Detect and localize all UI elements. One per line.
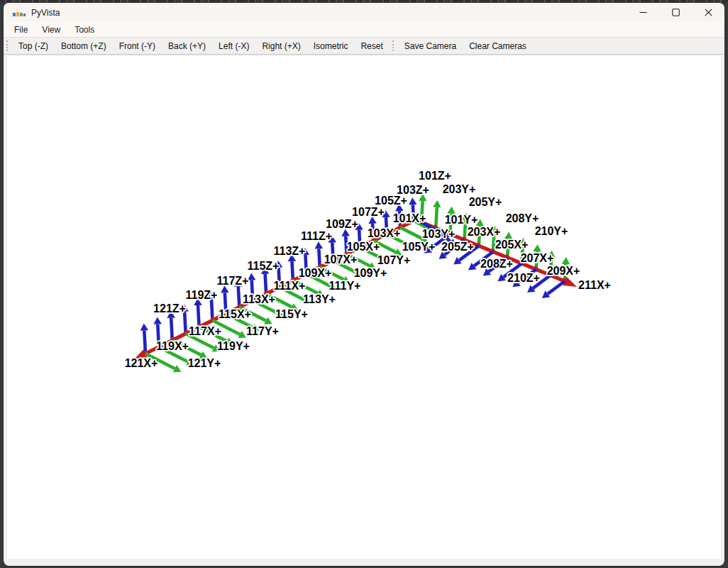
sensor-axis-label: 117Z+ bbox=[217, 275, 249, 287]
sensor-axis-label: 109Y+ bbox=[354, 267, 387, 279]
sensor-string-101-121-z-axis-arrow-head bbox=[221, 285, 228, 293]
sensor-axis-label: 119Y+ bbox=[217, 340, 250, 352]
sensor-string-101-121-y-axis-arrow-shaft bbox=[400, 227, 421, 239]
sensor-axis-label: 113X+ bbox=[243, 293, 275, 305]
menu-file[interactable]: File bbox=[7, 23, 35, 37]
view-toolbar-group: Top (-Z) Bottom (+Z) Front (-Y) Back (+Y… bbox=[4, 39, 390, 53]
maximize-button[interactable] bbox=[659, 3, 692, 22]
sensor-axis-label: 113Y+ bbox=[303, 293, 336, 305]
sensor-axis-label: 109X+ bbox=[299, 267, 332, 279]
camera-toolbar: Top (-Z) Bottom (+Z) Front (-Y) Back (+Y… bbox=[4, 37, 724, 55]
render-area: 101Z+103Z+105Z+107Z+109Z+111Z+113Z+115Z+… bbox=[7, 56, 721, 559]
saved-camera-toolbar-group: Save Camera Clear Cameras bbox=[390, 39, 533, 53]
sensor-axis-label: 101Z+ bbox=[419, 170, 451, 182]
sensor-axis-label: 113Z+ bbox=[274, 245, 306, 257]
pyvista-window: PyVista File View Tools Top (-Z) Bottom … bbox=[4, 3, 724, 566]
sensor-axis-label: 111X+ bbox=[274, 280, 306, 292]
sensor-axis-label: 203Y+ bbox=[443, 183, 476, 195]
sensor-axis-label: 111Y+ bbox=[329, 280, 361, 292]
toolbar-button-right[interactable]: Right (+X) bbox=[257, 39, 305, 53]
maximize-icon bbox=[672, 9, 680, 16]
sensor-string-101-121-z-axis-arrow-shaft bbox=[184, 312, 186, 334]
title-bar[interactable]: PyVista bbox=[4, 3, 724, 22]
window-controls bbox=[627, 3, 724, 22]
sensor-axis-label: 119X+ bbox=[156, 340, 189, 352]
sensor-string-101-121-z-axis-arrow-shaft bbox=[144, 330, 145, 354]
sensor-string-201-211-y-axis-arrow-shaft bbox=[436, 207, 437, 228]
sensor-axis-label: 107Y+ bbox=[377, 254, 411, 266]
sensor-axis-label: 101Y+ bbox=[445, 214, 478, 226]
toolbar-button-left[interactable]: Left (-X) bbox=[214, 39, 254, 53]
sensor-axis-label: 205X+ bbox=[495, 239, 529, 251]
sensor-string-201-211-y-axis-arrow-head bbox=[533, 244, 541, 251]
close-icon bbox=[705, 9, 712, 16]
sensor-axis-label: 210Y+ bbox=[535, 225, 568, 237]
toolbar-button-save-camera[interactable]: Save Camera bbox=[399, 39, 461, 53]
sensor-axis-label: 115Z+ bbox=[248, 260, 280, 272]
sensor-axis-label: 105Z+ bbox=[375, 195, 407, 207]
sensor-string-201-211-y-axis-arrow-head bbox=[433, 200, 441, 207]
sensor-axis-label: 207X+ bbox=[521, 252, 554, 264]
sensor-axis-label: 121Z+ bbox=[153, 302, 186, 315]
toolbar-button-reset[interactable]: Reset bbox=[355, 39, 387, 53]
sensor-axis-label: 101X+ bbox=[393, 212, 426, 224]
minimize-button[interactable] bbox=[627, 3, 659, 22]
sensor-axis-label: 107Z+ bbox=[352, 206, 385, 218]
sensor-axis-label: 117X+ bbox=[189, 325, 221, 337]
sensor-axis-label: 105X+ bbox=[347, 241, 380, 253]
menu-bar: File View Tools bbox=[4, 22, 724, 37]
toolbar-button-top[interactable]: Top (-Z) bbox=[13, 39, 53, 53]
sensor-string-101-121-z-axis-arrow-head bbox=[409, 197, 417, 204]
sensor-axis-label: 121X+ bbox=[125, 357, 158, 369]
sensor-axis-label: 119Z+ bbox=[186, 289, 218, 301]
sensor-axis-label: 208Y+ bbox=[506, 212, 539, 224]
toolbar-button-front[interactable]: Front (-Y) bbox=[114, 39, 160, 53]
sensor-string-101-121-z-axis-arrow-shaft bbox=[198, 305, 199, 327]
sensor-axis-label: 205Y+ bbox=[469, 196, 502, 208]
sensor-string-101-121-z-axis-arrow-head bbox=[153, 317, 161, 324]
sensor-axis-label: 210Z+ bbox=[507, 272, 540, 284]
sensor-axis-label: 121Y+ bbox=[188, 357, 221, 369]
pyvista-logo-icon bbox=[13, 9, 26, 16]
sensor-axis-label: 209X+ bbox=[547, 265, 580, 277]
render-viewport[interactable]: 101Z+103Z+105Z+107Z+109Z+111Z+113Z+115Z+… bbox=[7, 56, 721, 559]
sensor-string-101-121-z-axis-arrow-shaft bbox=[211, 299, 213, 320]
sensor-axis-label: 205Z+ bbox=[441, 241, 474, 253]
minimize-icon bbox=[639, 9, 647, 16]
sensor-string-201-211-z-axis-arrow-shaft bbox=[548, 281, 565, 294]
sensor-string-101-121-z-axis-arrow-head bbox=[315, 241, 323, 248]
toolbar-drag-handle[interactable] bbox=[6, 40, 8, 51]
sensor-string-101-121-z-axis-arrow-head bbox=[248, 273, 255, 280]
menu-tools[interactable]: Tools bbox=[67, 23, 101, 37]
sensor-axis-label: 111Z+ bbox=[301, 230, 332, 242]
toolbar-button-back[interactable]: Back (+Y) bbox=[163, 39, 211, 53]
sensor-string-201-211-y-axis-arrow-head bbox=[562, 257, 570, 264]
sensor-string-101-121-z-axis-arrow-head bbox=[140, 323, 148, 330]
sensor-string-101-121-z-axis-arrow-shaft bbox=[171, 318, 172, 341]
sensor-axis-label: 107X+ bbox=[324, 253, 358, 266]
window-title: PyVista bbox=[31, 8, 60, 18]
toolbar-button-isometric[interactable]: Isometric bbox=[309, 39, 353, 53]
sensor-axis-label: 115X+ bbox=[219, 308, 251, 320]
sensor-axis-label: 203X+ bbox=[468, 226, 501, 238]
close-button[interactable] bbox=[692, 3, 724, 22]
sensor-axis-label: 109Z+ bbox=[326, 218, 358, 230]
toolbar-button-clear-cameras[interactable]: Clear Cameras bbox=[464, 39, 531, 53]
sensor-axis-label: 105Y+ bbox=[402, 241, 436, 253]
sensor-axis-label: 208Z+ bbox=[480, 258, 513, 270]
sensor-axis-label: 103Y+ bbox=[422, 228, 456, 240]
menu-view[interactable]: View bbox=[35, 23, 67, 37]
toolbar-drag-handle[interactable] bbox=[392, 40, 394, 51]
toolbar-button-bottom[interactable]: Bottom (+Z) bbox=[56, 39, 111, 53]
sensor-string-101-121-z-axis-arrow-head bbox=[341, 229, 349, 236]
sensor-axis-label: 115Y+ bbox=[275, 308, 308, 320]
sensor-axis-label: 117Y+ bbox=[246, 325, 279, 337]
sensor-axis-label: 103X+ bbox=[368, 227, 401, 239]
sensor-axis-label: 211X+ bbox=[578, 279, 611, 291]
